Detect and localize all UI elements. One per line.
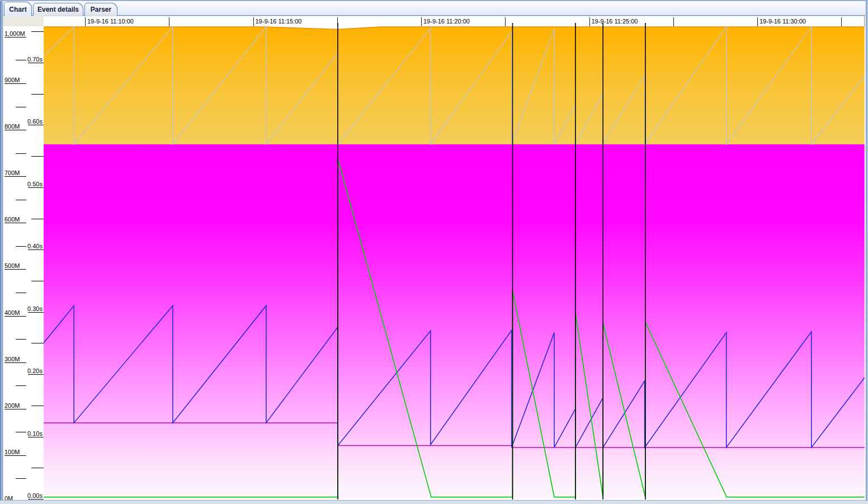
pause-axis-tick (31, 94, 44, 95)
memory-axis-tick (16, 153, 26, 154)
memory-axis-label: 800M (4, 123, 20, 130)
window-border-bottom (0, 500, 868, 504)
memory-axis-tick: 600M (4, 223, 26, 223)
pause-axis-tick (31, 343, 44, 343)
pause-axis-tick (31, 281, 44, 281)
memory-axis-tick: 200M (4, 409, 26, 409)
pause-axis-label: 0.70s (27, 56, 43, 63)
pause-axis-label: 0.20s (27, 368, 43, 374)
memory-axis-tick: 400M (4, 316, 26, 317)
memory-axis-label: 300M (4, 356, 20, 362)
tab-parser[interactable]: Parser (84, 3, 117, 16)
memory-axis-label: 700M (4, 169, 20, 176)
memory-axis-tick (16, 107, 26, 107)
pause-axis-label: 0.40s (27, 243, 43, 249)
pause-axis-tick: 0.00s (28, 499, 44, 500)
pause-axis-tick: 0.70s (28, 63, 44, 63)
axis-corner-cell (3, 16, 44, 26)
young-gen-area (44, 27, 865, 144)
tab-parser-label: Parser (91, 6, 111, 13)
memory-axis-tick: 300M (4, 362, 26, 363)
gcviewer-window: Chart Event details Parser 19-9-16 11:10… (0, 0, 868, 504)
memory-axis-tick (16, 200, 26, 200)
memory-axis-tick: 900M (4, 83, 26, 84)
tab-bar: Chart Event details Parser (0, 1, 868, 16)
pause-axis-tick (31, 406, 44, 406)
gc-chart-plot[interactable] (44, 23, 865, 500)
tenured-gen-area (44, 144, 865, 500)
window-border-left (0, 1, 3, 500)
memory-axis-tick (16, 432, 26, 432)
pause-axis-label: 0.10s (27, 430, 43, 437)
memory-and-pause-axis: 0M100M200M300M400M500M600M700M800M900M1,… (3, 26, 44, 500)
tab-event-details[interactable]: Event details (33, 3, 83, 16)
pause-axis-label: 0.00s (27, 492, 43, 499)
pause-axis-tick: 0.10s (28, 437, 44, 437)
memory-axis-tick: 100M (4, 455, 26, 456)
pause-axis-tick (31, 468, 44, 468)
memory-axis-label: 100M (4, 449, 20, 455)
memory-axis-tick: 500M (4, 269, 26, 270)
tab-event-details-label: Event details (37, 6, 79, 13)
memory-axis-label: 200M (4, 402, 20, 409)
tab-chart-label: Chart (9, 6, 26, 13)
pause-axis-tick (31, 219, 44, 219)
memory-axis-tick (16, 293, 26, 293)
memory-axis-tick (16, 246, 26, 247)
memory-axis-tick (16, 339, 26, 340)
window-border-right (865, 1, 868, 500)
memory-axis-tick: 700M (4, 176, 26, 177)
memory-axis-label: 900M (4, 77, 20, 83)
pause-axis-label: 0.50s (27, 181, 43, 187)
pause-axis-tick: 0.20s (28, 374, 44, 375)
memory-axis-tick: 800M (4, 130, 26, 130)
pause-axis-tick (31, 156, 44, 157)
pause-axis-tick: 0.40s (28, 249, 44, 250)
memory-axis-label: 400M (4, 309, 20, 316)
pause-axis-label: 0.30s (27, 305, 43, 312)
memory-axis-tick (16, 60, 26, 60)
memory-axis-tick (16, 385, 26, 386)
pause-axis-tick: 0.50s (28, 187, 44, 188)
pause-axis-label: 0.60s (27, 118, 43, 125)
memory-axis-label: 1,000M (4, 30, 25, 37)
pause-axis-tick: 0.60s (28, 125, 44, 125)
tab-chart[interactable]: Chart (4, 2, 32, 16)
memory-axis-label: 500M (4, 262, 20, 269)
pause-axis-tick (31, 31, 44, 32)
memory-axis-tick: 1,000M (4, 37, 26, 37)
memory-axis-tick (16, 478, 26, 479)
pause-axis-tick: 0.30s (28, 312, 44, 313)
memory-axis-label: 600M (4, 216, 20, 223)
